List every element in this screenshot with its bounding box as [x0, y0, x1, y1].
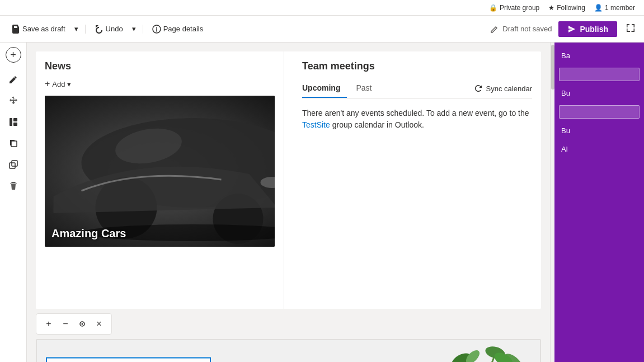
toolbar-left: Save as draft ▾ Undo ▾ Page details [7, 22, 486, 36]
lock-icon: 🔒 [489, 4, 497, 12]
page-details-button[interactable]: Page details [148, 22, 208, 36]
toolbar-right: Draft not saved Publish [490, 21, 637, 37]
layout-button[interactable] [3, 112, 23, 132]
tab-past[interactable]: Past [356, 79, 378, 98]
left-sidebar: + [0, 43, 27, 362]
banner-content: Are you behind on your expenses? Button [46, 358, 211, 363]
svg-rect-4 [11, 141, 17, 147]
save-as-draft-button[interactable]: Save as draft [7, 22, 70, 36]
group-bar: 🔒 Private group ★ Following 👤 1 member [0, 0, 644, 16]
star-icon: ★ [548, 4, 554, 12]
add-news-button[interactable]: + Add ▾ [45, 79, 275, 89]
svg-rect-6 [12, 161, 17, 166]
members-label[interactable]: 👤 1 member [594, 4, 635, 12]
svg-rect-1 [10, 118, 12, 126]
zoom-close-button[interactable]: × [91, 316, 107, 332]
zoom-in-button[interactable]: + [41, 316, 57, 332]
page-details-icon [152, 25, 161, 34]
divider2 [143, 25, 143, 34]
undo-icon [95, 25, 104, 34]
publish-button[interactable]: Publish [558, 21, 617, 37]
zoom-reset-button[interactable] [74, 316, 90, 332]
expand-button[interactable] [624, 21, 637, 36]
right-sidebar-item-bu2[interactable]: Bu [554, 122, 644, 139]
right-sidebar-item-al[interactable]: Al [554, 140, 644, 158]
right-sidebar-input-2[interactable] [559, 105, 640, 119]
publish-icon [567, 25, 576, 34]
top-toolbar: Save as draft ▾ Undo ▾ Page details [0, 16, 644, 43]
sync-calendar-button[interactable]: Sync calendar [474, 84, 532, 93]
banner-section[interactable]: Are you behind on your expenses? Button [36, 339, 541, 362]
image-caption: Amazing Cars [51, 227, 126, 240]
edit-icons [3, 65, 23, 200]
right-sidebar-item-bu1[interactable]: Bu [554, 84, 644, 102]
zoom-toolbar: + − × [36, 313, 112, 335]
meetings-tabs: Upcoming Past Sync calendar [302, 79, 532, 98]
page-content: News + Add ▾ [36, 51, 541, 309]
move-button[interactable] [3, 91, 23, 111]
car-svg [45, 96, 275, 247]
svg-rect-5 [10, 163, 15, 168]
copy-button[interactable] [3, 133, 23, 153]
svg-rect-2 [13, 118, 17, 121]
undo-chevron[interactable]: ▾ [130, 22, 138, 35]
right-sidebar-input-1[interactable] [559, 68, 640, 81]
news-title: News [45, 60, 275, 72]
right-sidebar: Ba Bu Bu Al [554, 43, 644, 362]
zoom-out-button[interactable]: − [58, 316, 73, 332]
svg-rect-3 [13, 123, 17, 126]
edit-button[interactable] [3, 69, 23, 90]
following-label[interactable]: ★ Following [548, 4, 585, 12]
meetings-title: Team meetings [302, 60, 532, 72]
divider [85, 25, 86, 34]
duplicate-button[interactable] [3, 154, 23, 175]
private-group-label: 🔒 Private group [489, 4, 539, 12]
chevron-icon: ▾ [67, 80, 71, 88]
scroll-thumb[interactable] [551, 45, 554, 90]
content-area[interactable]: News + Add ▾ [27, 43, 550, 362]
copy-icon [8, 138, 18, 148]
move-icon [8, 96, 18, 106]
right-sidebar-item-ba[interactable]: Ba [554, 47, 644, 64]
trash-icon [8, 181, 18, 191]
testsite-link[interactable]: TestSite [302, 120, 330, 129]
news-panel: News + Add ▾ [36, 51, 284, 309]
undo-button[interactable]: Undo [90, 22, 128, 36]
meetings-empty-text: There aren't any events scheduled. To ad… [302, 107, 532, 131]
plant-decoration [361, 340, 540, 362]
save-draft-chevron[interactable]: ▾ [72, 22, 81, 35]
car-image: Amazing Cars [45, 96, 275, 247]
plus-icon: + [45, 79, 50, 89]
meetings-panel: Team meetings Upcoming Past Sync calenda… [293, 51, 541, 309]
layout-icon [8, 117, 18, 127]
tab-upcoming[interactable]: Upcoming [302, 79, 347, 98]
scroll-bar[interactable] [550, 43, 554, 362]
svg-point-15 [82, 323, 83, 325]
expand-icon [626, 23, 635, 32]
person-icon: 👤 [594, 4, 603, 12]
pencil-icon [8, 74, 18, 84]
news-image: Amazing Cars [45, 96, 275, 247]
draft-icon [490, 25, 499, 34]
duplicate-icon [8, 159, 18, 170]
sync-icon [474, 84, 483, 93]
main-layout: + [0, 43, 644, 362]
save-icon [11, 25, 20, 34]
reset-icon [78, 320, 86, 328]
delete-button[interactable] [3, 176, 23, 196]
banner-text-box[interactable]: Are you behind on your expenses? [46, 358, 211, 363]
draft-status: Draft not saved [490, 25, 552, 34]
add-section-button[interactable]: + [6, 47, 21, 63]
